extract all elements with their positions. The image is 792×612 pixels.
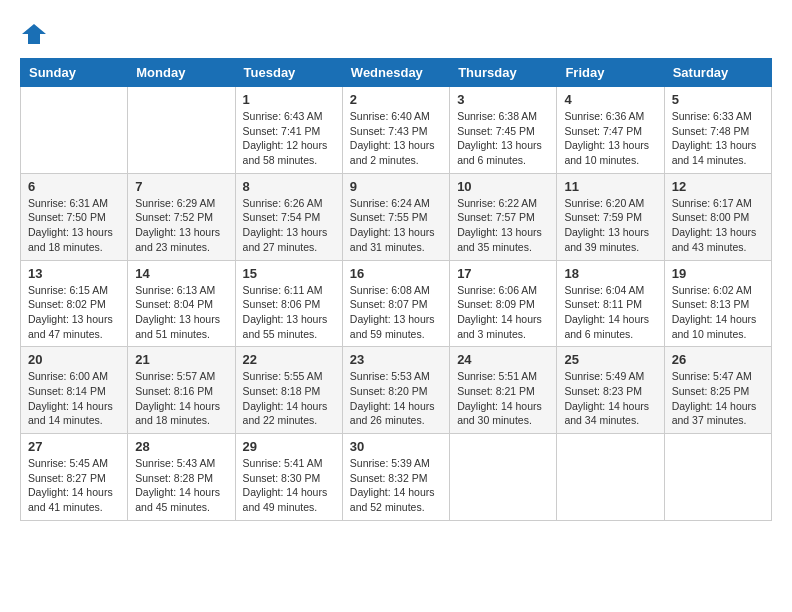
calendar-cell: 9Sunrise: 6:24 AMSunset: 7:55 PMDaylight…: [342, 173, 449, 260]
day-number: 19: [672, 266, 764, 281]
calendar-cell: 19Sunrise: 6:02 AMSunset: 8:13 PMDayligh…: [664, 260, 771, 347]
day-info: Sunrise: 6:15 AMSunset: 8:02 PMDaylight:…: [28, 283, 120, 342]
calendar-cell: 21Sunrise: 5:57 AMSunset: 8:16 PMDayligh…: [128, 347, 235, 434]
day-number: 12: [672, 179, 764, 194]
day-info: Sunrise: 5:45 AMSunset: 8:27 PMDaylight:…: [28, 456, 120, 515]
calendar-week-row: 6Sunrise: 6:31 AMSunset: 7:50 PMDaylight…: [21, 173, 772, 260]
day-number: 25: [564, 352, 656, 367]
day-info: Sunrise: 6:00 AMSunset: 8:14 PMDaylight:…: [28, 369, 120, 428]
day-number: 5: [672, 92, 764, 107]
calendar-header-tuesday: Tuesday: [235, 59, 342, 87]
calendar-cell: 25Sunrise: 5:49 AMSunset: 8:23 PMDayligh…: [557, 347, 664, 434]
calendar-cell: 27Sunrise: 5:45 AMSunset: 8:27 PMDayligh…: [21, 434, 128, 521]
calendar-cell: 14Sunrise: 6:13 AMSunset: 8:04 PMDayligh…: [128, 260, 235, 347]
calendar-cell: [450, 434, 557, 521]
day-number: 26: [672, 352, 764, 367]
calendar-cell: 11Sunrise: 6:20 AMSunset: 7:59 PMDayligh…: [557, 173, 664, 260]
day-info: Sunrise: 5:53 AMSunset: 8:20 PMDaylight:…: [350, 369, 442, 428]
calendar-cell: 8Sunrise: 6:26 AMSunset: 7:54 PMDaylight…: [235, 173, 342, 260]
calendar-cell: [21, 87, 128, 174]
calendar-header-sunday: Sunday: [21, 59, 128, 87]
day-info: Sunrise: 5:51 AMSunset: 8:21 PMDaylight:…: [457, 369, 549, 428]
day-info: Sunrise: 6:29 AMSunset: 7:52 PMDaylight:…: [135, 196, 227, 255]
calendar-header-saturday: Saturday: [664, 59, 771, 87]
day-number: 9: [350, 179, 442, 194]
day-info: Sunrise: 6:22 AMSunset: 7:57 PMDaylight:…: [457, 196, 549, 255]
day-info: Sunrise: 6:40 AMSunset: 7:43 PMDaylight:…: [350, 109, 442, 168]
day-number: 11: [564, 179, 656, 194]
day-info: Sunrise: 5:39 AMSunset: 8:32 PMDaylight:…: [350, 456, 442, 515]
day-number: 10: [457, 179, 549, 194]
calendar-cell: 1Sunrise: 6:43 AMSunset: 7:41 PMDaylight…: [235, 87, 342, 174]
day-info: Sunrise: 6:24 AMSunset: 7:55 PMDaylight:…: [350, 196, 442, 255]
calendar-cell: [128, 87, 235, 174]
page-header: [20, 20, 772, 48]
day-number: 28: [135, 439, 227, 454]
calendar-cell: 2Sunrise: 6:40 AMSunset: 7:43 PMDaylight…: [342, 87, 449, 174]
calendar-cell: 28Sunrise: 5:43 AMSunset: 8:28 PMDayligh…: [128, 434, 235, 521]
day-number: 16: [350, 266, 442, 281]
calendar-cell: 30Sunrise: 5:39 AMSunset: 8:32 PMDayligh…: [342, 434, 449, 521]
calendar-cell: 24Sunrise: 5:51 AMSunset: 8:21 PMDayligh…: [450, 347, 557, 434]
calendar-week-row: 20Sunrise: 6:00 AMSunset: 8:14 PMDayligh…: [21, 347, 772, 434]
calendar-cell: 26Sunrise: 5:47 AMSunset: 8:25 PMDayligh…: [664, 347, 771, 434]
day-info: Sunrise: 6:11 AMSunset: 8:06 PMDaylight:…: [243, 283, 335, 342]
calendar-cell: 4Sunrise: 6:36 AMSunset: 7:47 PMDaylight…: [557, 87, 664, 174]
calendar-cell: 7Sunrise: 6:29 AMSunset: 7:52 PMDaylight…: [128, 173, 235, 260]
day-info: Sunrise: 6:04 AMSunset: 8:11 PMDaylight:…: [564, 283, 656, 342]
calendar-cell: 17Sunrise: 6:06 AMSunset: 8:09 PMDayligh…: [450, 260, 557, 347]
day-number: 15: [243, 266, 335, 281]
day-number: 1: [243, 92, 335, 107]
day-info: Sunrise: 6:33 AMSunset: 7:48 PMDaylight:…: [672, 109, 764, 168]
day-info: Sunrise: 6:08 AMSunset: 8:07 PMDaylight:…: [350, 283, 442, 342]
logo: [20, 20, 52, 48]
calendar-cell: [557, 434, 664, 521]
calendar-header-row: SundayMondayTuesdayWednesdayThursdayFrid…: [21, 59, 772, 87]
calendar-cell: 22Sunrise: 5:55 AMSunset: 8:18 PMDayligh…: [235, 347, 342, 434]
day-info: Sunrise: 5:57 AMSunset: 8:16 PMDaylight:…: [135, 369, 227, 428]
day-number: 8: [243, 179, 335, 194]
day-info: Sunrise: 6:31 AMSunset: 7:50 PMDaylight:…: [28, 196, 120, 255]
day-number: 13: [28, 266, 120, 281]
calendar-week-row: 27Sunrise: 5:45 AMSunset: 8:27 PMDayligh…: [21, 434, 772, 521]
day-info: Sunrise: 6:26 AMSunset: 7:54 PMDaylight:…: [243, 196, 335, 255]
day-info: Sunrise: 5:47 AMSunset: 8:25 PMDaylight:…: [672, 369, 764, 428]
calendar-cell: 6Sunrise: 6:31 AMSunset: 7:50 PMDaylight…: [21, 173, 128, 260]
calendar-cell: 16Sunrise: 6:08 AMSunset: 8:07 PMDayligh…: [342, 260, 449, 347]
calendar-cell: 10Sunrise: 6:22 AMSunset: 7:57 PMDayligh…: [450, 173, 557, 260]
day-number: 6: [28, 179, 120, 194]
day-number: 17: [457, 266, 549, 281]
day-info: Sunrise: 6:13 AMSunset: 8:04 PMDaylight:…: [135, 283, 227, 342]
calendar-cell: 3Sunrise: 6:38 AMSunset: 7:45 PMDaylight…: [450, 87, 557, 174]
calendar-cell: 5Sunrise: 6:33 AMSunset: 7:48 PMDaylight…: [664, 87, 771, 174]
day-number: 4: [564, 92, 656, 107]
day-number: 3: [457, 92, 549, 107]
calendar-week-row: 1Sunrise: 6:43 AMSunset: 7:41 PMDaylight…: [21, 87, 772, 174]
calendar-cell: [664, 434, 771, 521]
day-info: Sunrise: 6:38 AMSunset: 7:45 PMDaylight:…: [457, 109, 549, 168]
day-info: Sunrise: 6:17 AMSunset: 8:00 PMDaylight:…: [672, 196, 764, 255]
day-number: 2: [350, 92, 442, 107]
day-info: Sunrise: 5:49 AMSunset: 8:23 PMDaylight:…: [564, 369, 656, 428]
calendar-header-friday: Friday: [557, 59, 664, 87]
day-info: Sunrise: 5:43 AMSunset: 8:28 PMDaylight:…: [135, 456, 227, 515]
calendar-header-wednesday: Wednesday: [342, 59, 449, 87]
calendar-cell: 23Sunrise: 5:53 AMSunset: 8:20 PMDayligh…: [342, 347, 449, 434]
day-number: 29: [243, 439, 335, 454]
day-info: Sunrise: 6:43 AMSunset: 7:41 PMDaylight:…: [243, 109, 335, 168]
day-number: 22: [243, 352, 335, 367]
day-info: Sunrise: 5:41 AMSunset: 8:30 PMDaylight:…: [243, 456, 335, 515]
day-number: 24: [457, 352, 549, 367]
day-info: Sunrise: 5:55 AMSunset: 8:18 PMDaylight:…: [243, 369, 335, 428]
calendar-cell: 18Sunrise: 6:04 AMSunset: 8:11 PMDayligh…: [557, 260, 664, 347]
day-number: 23: [350, 352, 442, 367]
calendar-cell: 29Sunrise: 5:41 AMSunset: 8:30 PMDayligh…: [235, 434, 342, 521]
day-number: 18: [564, 266, 656, 281]
calendar-cell: 12Sunrise: 6:17 AMSunset: 8:00 PMDayligh…: [664, 173, 771, 260]
logo-icon: [20, 20, 48, 48]
calendar-header-thursday: Thursday: [450, 59, 557, 87]
day-info: Sunrise: 6:06 AMSunset: 8:09 PMDaylight:…: [457, 283, 549, 342]
day-number: 7: [135, 179, 227, 194]
svg-marker-0: [22, 24, 46, 44]
calendar-cell: 15Sunrise: 6:11 AMSunset: 8:06 PMDayligh…: [235, 260, 342, 347]
